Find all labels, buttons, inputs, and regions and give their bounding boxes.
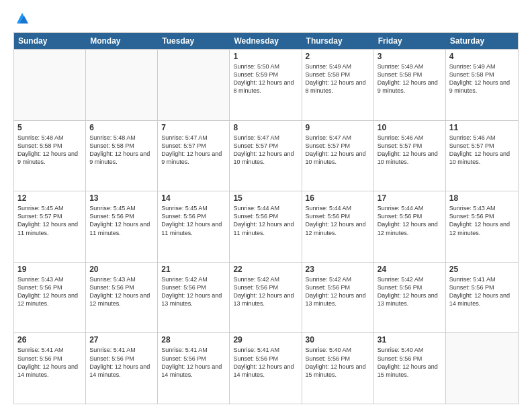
day-number: 14: [161, 193, 226, 203]
cell-details: Sunrise: 5:43 AMSunset: 5:56 PMDaylight:…: [449, 204, 515, 237]
calendar-cell: 24Sunrise: 5:42 AMSunset: 5:56 PMDayligh…: [374, 263, 446, 333]
cell-details: Sunrise: 5:41 AMSunset: 5:56 PMDaylight:…: [89, 346, 154, 379]
cell-details: Sunrise: 5:42 AMSunset: 5:56 PMDaylight:…: [306, 275, 370, 308]
calendar-cell: 26Sunrise: 5:41 AMSunset: 5:56 PMDayligh…: [14, 333, 86, 404]
day-number: 10: [378, 123, 442, 132]
logo: [13, 11, 30, 26]
day-number: 19: [17, 265, 82, 274]
calendar-cell: 10Sunrise: 5:46 AMSunset: 5:57 PMDayligh…: [374, 121, 446, 191]
calendar-cell: [14, 50, 86, 120]
cell-details: Sunrise: 5:47 AMSunset: 5:57 PMDaylight:…: [161, 134, 226, 167]
calendar-cell: 5Sunrise: 5:48 AMSunset: 5:58 PMDaylight…: [14, 121, 86, 191]
calendar-cell: 30Sunrise: 5:40 AMSunset: 5:56 PMDayligh…: [302, 333, 374, 404]
calendar-cell: 21Sunrise: 5:42 AMSunset: 5:56 PMDayligh…: [158, 263, 230, 333]
calendar-header-cell: Friday: [374, 33, 446, 49]
calendar-cell: 22Sunrise: 5:42 AMSunset: 5:56 PMDayligh…: [230, 263, 302, 333]
calendar-row: 26Sunrise: 5:41 AMSunset: 5:56 PMDayligh…: [14, 332, 518, 404]
calendar-cell: 19Sunrise: 5:43 AMSunset: 5:56 PMDayligh…: [14, 263, 86, 333]
header: [13, 11, 519, 26]
day-number: 15: [233, 193, 298, 203]
calendar-cell: 31Sunrise: 5:40 AMSunset: 5:56 PMDayligh…: [374, 333, 446, 404]
calendar-cell: 17Sunrise: 5:44 AMSunset: 5:56 PMDayligh…: [374, 191, 446, 262]
calendar-cell: [158, 50, 230, 120]
cell-details: Sunrise: 5:40 AMSunset: 5:56 PMDaylight:…: [306, 346, 370, 379]
cell-details: Sunrise: 5:42 AMSunset: 5:56 PMDaylight:…: [378, 275, 442, 308]
day-number: 27: [89, 335, 154, 345]
cell-details: Sunrise: 5:41 AMSunset: 5:56 PMDaylight:…: [161, 346, 226, 379]
calendar-cell: [86, 50, 158, 120]
calendar: SundayMondayTuesdayWednesdayThursdayFrid…: [13, 32, 519, 404]
cell-details: Sunrise: 5:46 AMSunset: 5:57 PMDaylight:…: [449, 134, 515, 167]
day-number: 11: [449, 123, 515, 132]
cell-details: Sunrise: 5:42 AMSunset: 5:56 PMDaylight:…: [233, 275, 298, 308]
calendar-cell: 23Sunrise: 5:42 AMSunset: 5:56 PMDayligh…: [302, 263, 374, 333]
day-number: 24: [378, 265, 442, 274]
day-number: 3: [378, 52, 442, 61]
day-number: 6: [89, 123, 154, 132]
cell-details: Sunrise: 5:49 AMSunset: 5:58 PMDaylight:…: [378, 62, 442, 95]
calendar-cell: 29Sunrise: 5:41 AMSunset: 5:56 PMDayligh…: [230, 333, 302, 404]
cell-details: Sunrise: 5:41 AMSunset: 5:56 PMDaylight:…: [233, 346, 298, 379]
cell-details: Sunrise: 5:40 AMSunset: 5:56 PMDaylight:…: [378, 346, 442, 379]
day-number: 4: [449, 52, 515, 61]
calendar-cell: 6Sunrise: 5:48 AMSunset: 5:58 PMDaylight…: [86, 121, 158, 191]
calendar-cell: 1Sunrise: 5:50 AMSunset: 5:59 PMDaylight…: [230, 50, 302, 120]
calendar-cell: 16Sunrise: 5:44 AMSunset: 5:56 PMDayligh…: [302, 191, 374, 262]
calendar-cell: 2Sunrise: 5:49 AMSunset: 5:58 PMDaylight…: [302, 50, 374, 120]
calendar-header-cell: Sunday: [14, 33, 86, 49]
calendar-header-cell: Tuesday: [158, 33, 230, 49]
cell-details: Sunrise: 5:44 AMSunset: 5:56 PMDaylight:…: [306, 204, 370, 237]
cell-details: Sunrise: 5:49 AMSunset: 5:58 PMDaylight:…: [449, 62, 515, 95]
cell-details: Sunrise: 5:44 AMSunset: 5:56 PMDaylight:…: [378, 204, 442, 237]
day-number: 9: [306, 123, 370, 132]
day-number: 28: [161, 335, 226, 345]
day-number: 21: [161, 265, 226, 274]
day-number: 31: [378, 335, 442, 345]
cell-details: Sunrise: 5:48 AMSunset: 5:58 PMDaylight:…: [17, 134, 82, 167]
cell-details: Sunrise: 5:42 AMSunset: 5:56 PMDaylight:…: [161, 275, 226, 308]
calendar-row: 12Sunrise: 5:45 AMSunset: 5:57 PMDayligh…: [14, 191, 518, 262]
page: SundayMondayTuesdayWednesdayThursdayFrid…: [0, 0, 532, 411]
calendar-cell: 7Sunrise: 5:47 AMSunset: 5:57 PMDaylight…: [158, 121, 230, 191]
calendar-cell: 28Sunrise: 5:41 AMSunset: 5:56 PMDayligh…: [158, 333, 230, 404]
day-number: 26: [17, 335, 82, 345]
cell-details: Sunrise: 5:45 AMSunset: 5:56 PMDaylight:…: [89, 204, 154, 237]
cell-details: Sunrise: 5:45 AMSunset: 5:56 PMDaylight:…: [161, 204, 226, 237]
calendar-cell: 12Sunrise: 5:45 AMSunset: 5:57 PMDayligh…: [14, 191, 86, 262]
calendar-header: SundayMondayTuesdayWednesdayThursdayFrid…: [14, 33, 518, 49]
day-number: 12: [17, 193, 82, 203]
calendar-cell: 20Sunrise: 5:43 AMSunset: 5:56 PMDayligh…: [86, 263, 158, 333]
day-number: 18: [449, 193, 515, 203]
calendar-cell: 14Sunrise: 5:45 AMSunset: 5:56 PMDayligh…: [158, 191, 230, 262]
cell-details: Sunrise: 5:47 AMSunset: 5:57 PMDaylight:…: [306, 134, 370, 167]
cell-details: Sunrise: 5:43 AMSunset: 5:56 PMDaylight:…: [89, 275, 154, 308]
day-number: 7: [161, 123, 226, 132]
day-number: 30: [306, 335, 370, 345]
day-number: 22: [233, 265, 298, 274]
calendar-cell: 25Sunrise: 5:41 AMSunset: 5:56 PMDayligh…: [446, 263, 518, 333]
cell-details: Sunrise: 5:50 AMSunset: 5:59 PMDaylight:…: [233, 62, 298, 95]
calendar-header-cell: Thursday: [302, 33, 374, 49]
cell-details: Sunrise: 5:44 AMSunset: 5:56 PMDaylight:…: [233, 204, 298, 237]
calendar-cell: 9Sunrise: 5:47 AMSunset: 5:57 PMDaylight…: [302, 121, 374, 191]
day-number: 17: [378, 193, 442, 203]
calendar-cell: 27Sunrise: 5:41 AMSunset: 5:56 PMDayligh…: [86, 333, 158, 404]
day-number: 5: [17, 123, 82, 132]
calendar-cell: 15Sunrise: 5:44 AMSunset: 5:56 PMDayligh…: [230, 191, 302, 262]
calendar-header-cell: Wednesday: [230, 33, 302, 49]
cell-details: Sunrise: 5:45 AMSunset: 5:57 PMDaylight:…: [17, 204, 82, 237]
cell-details: Sunrise: 5:49 AMSunset: 5:58 PMDaylight:…: [306, 62, 370, 95]
calendar-cell: 4Sunrise: 5:49 AMSunset: 5:58 PMDaylight…: [446, 50, 518, 120]
calendar-cell: 3Sunrise: 5:49 AMSunset: 5:58 PMDaylight…: [374, 50, 446, 120]
day-number: 16: [306, 193, 370, 203]
calendar-row: 1Sunrise: 5:50 AMSunset: 5:59 PMDaylight…: [14, 49, 518, 120]
calendar-row: 19Sunrise: 5:43 AMSunset: 5:56 PMDayligh…: [14, 262, 518, 333]
cell-details: Sunrise: 5:46 AMSunset: 5:57 PMDaylight:…: [378, 134, 442, 167]
calendar-cell: 11Sunrise: 5:46 AMSunset: 5:57 PMDayligh…: [446, 121, 518, 191]
logo-icon: [15, 11, 30, 26]
day-number: 25: [449, 265, 515, 274]
calendar-cell: [446, 333, 518, 404]
calendar-row: 5Sunrise: 5:48 AMSunset: 5:58 PMDaylight…: [14, 120, 518, 191]
day-number: 2: [306, 52, 370, 61]
calendar-header-cell: Monday: [86, 33, 158, 49]
